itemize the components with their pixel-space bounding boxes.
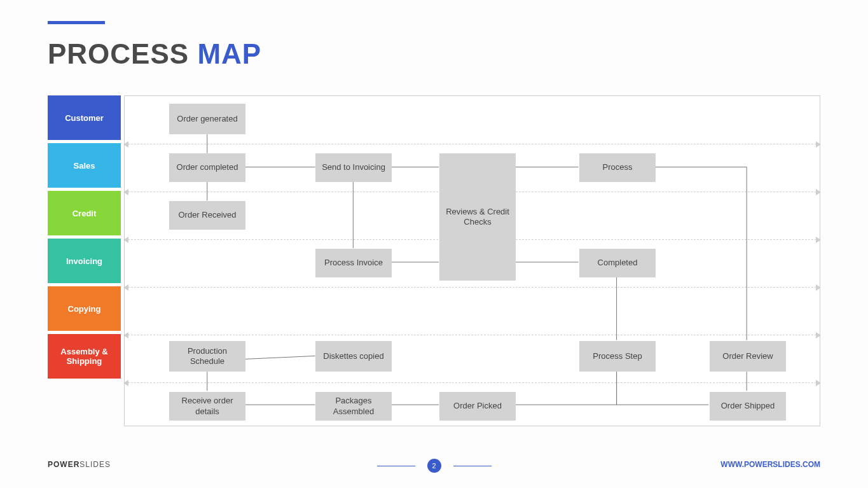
title-word-1: PROCESS	[48, 38, 189, 69]
slide: PROCESS MAP Customer Sales Credit Invoic…	[0, 0, 868, 488]
lane-separator	[125, 144, 820, 144]
box-receive-order-details: Receive order details	[169, 392, 245, 421]
footer-brand-bold: POWER	[48, 460, 79, 469]
lane-sales-label: Sales	[48, 143, 121, 188]
page-title: PROCESS MAP	[48, 38, 261, 70]
title-accent	[48, 21, 105, 24]
page-number-badge: 2	[427, 459, 441, 473]
title-word-2: MAP	[197, 38, 261, 69]
box-process-step: Process Step	[579, 341, 656, 372]
lane-shipping-label: Assembly & Shipping	[48, 334, 121, 379]
box-order-completed: Order completed	[169, 153, 245, 182]
swimlane-diagram: Order generated Order completed Send to …	[124, 95, 820, 426]
footer-brand-light: SLIDES	[79, 460, 111, 469]
box-completed: Completed	[579, 249, 656, 277]
box-production-schedule: Production Schedule	[169, 341, 245, 372]
box-order-shipped: Order Shipped	[710, 392, 786, 421]
box-order-generated: Order generated	[169, 104, 245, 134]
box-process: Process	[579, 153, 656, 182]
lane-separator	[125, 287, 820, 288]
box-process-invoice: Process Invoice	[315, 249, 392, 277]
lane-customer-label: Customer	[48, 95, 121, 140]
box-order-received: Order Received	[169, 201, 245, 230]
box-send-to-invoicing: Send to Invoicing	[315, 153, 392, 182]
lane-invoicing-label: Invoicing	[48, 239, 121, 283]
lane-credit-label: Credit	[48, 191, 121, 235]
box-diskettes-copied: Diskettes copied	[315, 341, 392, 372]
lane-copying-label: Copying	[48, 286, 121, 331]
box-order-picked: Order Picked	[439, 392, 516, 421]
lane-separator	[125, 335, 820, 335]
box-packages-assembled: Packages Assembled	[315, 392, 392, 421]
svg-line-9	[245, 356, 315, 359]
footer-divider	[453, 466, 492, 466]
footer-url: WWW.POWERSLIDES.COM	[720, 460, 820, 469]
box-order-review: Order Review	[710, 341, 786, 372]
footer-brand: POWERSLIDES	[48, 460, 111, 469]
footer-divider	[377, 466, 415, 466]
lane-separator	[125, 382, 820, 383]
box-reviews-credit-checks: Reviews & Credit Checks	[439, 153, 516, 281]
